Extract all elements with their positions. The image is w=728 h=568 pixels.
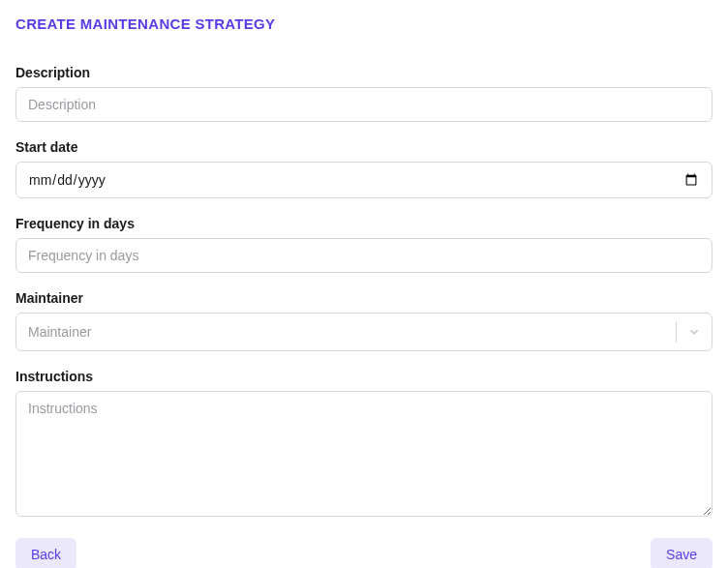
back-button[interactable]: Back	[15, 538, 76, 568]
maintainer-select[interactable]: Maintainer	[15, 313, 713, 351]
button-row: Back Save	[15, 538, 713, 568]
start-date-group: Start date	[15, 139, 713, 198]
instructions-group: Instructions	[15, 369, 713, 521]
description-group: Description	[15, 65, 713, 122]
maintainer-select-placeholder: Maintainer	[16, 314, 676, 350]
frequency-group: Frequency in days	[15, 216, 713, 273]
maintainer-group: Maintainer Maintainer	[15, 290, 713, 351]
start-date-input[interactable]	[15, 162, 713, 198]
maintainer-label: Maintainer	[15, 290, 713, 306]
save-button[interactable]: Save	[651, 538, 713, 568]
chevron-down-icon	[677, 314, 712, 350]
instructions-textarea[interactable]	[15, 391, 713, 517]
frequency-input[interactable]	[15, 238, 713, 273]
start-date-label: Start date	[15, 139, 713, 155]
instructions-label: Instructions	[15, 369, 713, 384]
page-title: CREATE MAINTENANCE STRATEGY	[15, 15, 713, 32]
frequency-label: Frequency in days	[15, 216, 713, 231]
description-label: Description	[15, 65, 713, 80]
description-input[interactable]	[15, 87, 713, 122]
